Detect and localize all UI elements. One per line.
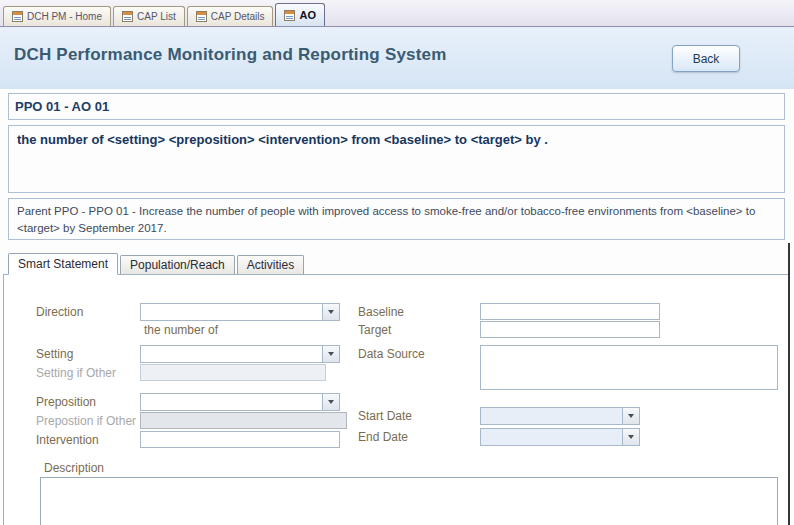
start-date-combo[interactable] <box>480 407 640 425</box>
access-window: DCH PM - Home CAP List CAP Details AO DC… <box>0 0 794 525</box>
tab-label: CAP Details <box>211 11 265 22</box>
start-date-label: Start Date <box>358 409 412 423</box>
chevron-down-icon <box>328 352 334 356</box>
chevron-down-icon <box>628 414 634 418</box>
tab-label: CAP List <box>137 11 176 22</box>
setting-combo[interactable] <box>140 345 340 363</box>
preposition-label: Preposition <box>36 395 96 409</box>
form-icon <box>12 11 23 22</box>
setting-if-other-input <box>140 364 326 381</box>
page-title: DCH Performance Monitoring and Reporting… <box>14 45 447 65</box>
setting-combo-value <box>141 346 322 362</box>
setting-label: Setting <box>36 347 73 361</box>
data-source-label: Data Source <box>358 347 425 361</box>
back-button[interactable]: Back <box>672 45 740 72</box>
target-label: Target <box>358 323 391 337</box>
intervention-input[interactable] <box>140 431 340 448</box>
direction-combo-value <box>141 304 322 320</box>
subtab-smart-statement[interactable]: Smart Statement <box>8 253 118 275</box>
end-date-combo[interactable] <box>480 428 640 446</box>
direction-label: Direction <box>36 305 83 319</box>
chevron-down-icon <box>328 400 334 404</box>
form-icon <box>284 10 295 21</box>
parent-ppo-box: Parent PPO - PPO 01 - Increase the numbe… <box>8 198 785 240</box>
chevron-down-icon <box>628 435 634 439</box>
end-date-label: End Date <box>358 430 408 444</box>
subtab-population-reach[interactable]: Population/Reach <box>120 255 235 275</box>
chevron-down-icon <box>328 310 334 314</box>
form-icon <box>122 11 133 22</box>
form-icon <box>196 11 207 22</box>
description-label: Description <box>44 461 104 475</box>
smart-statement-box: the number of <setting> <preposition> <i… <box>8 125 785 193</box>
start-date-combo-button[interactable] <box>622 408 639 424</box>
end-date-combo-button[interactable] <box>622 429 639 445</box>
form-header: DCH Performance Monitoring and Reporting… <box>0 27 794 89</box>
direction-combo[interactable] <box>140 303 340 321</box>
data-source-input[interactable] <box>480 345 778 390</box>
window-edge-line <box>788 243 790 525</box>
end-date-combo-value <box>481 429 622 445</box>
intervention-label: Intervention <box>36 433 99 447</box>
preposition-combo[interactable] <box>140 393 340 411</box>
tab-label: AO <box>299 9 316 21</box>
tab-cap-list[interactable]: CAP List <box>113 6 185 26</box>
target-input[interactable] <box>480 321 660 338</box>
tab-ao[interactable]: AO <box>275 3 325 26</box>
direction-combo-button[interactable] <box>322 304 339 320</box>
direction-hint-text: the number of <box>144 323 218 337</box>
prepostion-if-other-input <box>140 412 347 429</box>
preposition-combo-button[interactable] <box>322 394 339 410</box>
tab-label: DCH PM - Home <box>27 11 102 22</box>
baseline-label: Baseline <box>358 305 404 319</box>
prepostion-if-other-label: Prepostion if Other <box>36 414 136 428</box>
setting-if-other-label: Setting if Other <box>36 366 116 380</box>
detail-tab-bar: Smart Statement Population/Reach Activit… <box>8 253 306 275</box>
start-date-combo-value <box>481 408 622 424</box>
tab-cap-details[interactable]: CAP Details <box>187 6 274 26</box>
subtab-activities[interactable]: Activities <box>237 255 304 275</box>
baseline-input[interactable] <box>480 303 660 320</box>
description-input[interactable] <box>40 477 778 525</box>
preposition-combo-value <box>141 394 322 410</box>
record-title-box: PPO 01 - AO 01 <box>8 93 785 120</box>
object-tab-bar: DCH PM - Home CAP List CAP Details AO <box>0 0 794 27</box>
tab-dch-pm-home[interactable]: DCH PM - Home <box>3 6 111 26</box>
setting-combo-button[interactable] <box>322 346 339 362</box>
